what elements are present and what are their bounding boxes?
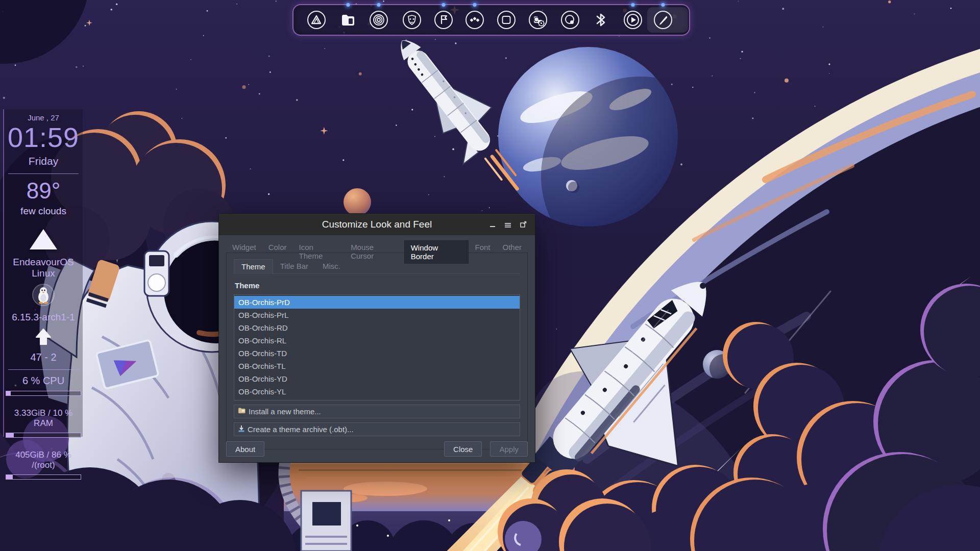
restore-popout-icon[interactable] bbox=[520, 221, 527, 228]
endeavouros-icon[interactable] bbox=[306, 10, 327, 30]
tab-widget[interactable]: Widget bbox=[226, 240, 262, 263]
updates-count: 47 - 2 bbox=[4, 352, 83, 363]
window-title: Customize Look and Feel bbox=[278, 219, 476, 230]
folder-icon[interactable] bbox=[338, 10, 358, 30]
camera-gear-icon[interactable] bbox=[528, 10, 548, 30]
running-indicator-dot bbox=[377, 3, 381, 7]
kernel-label: 6.15.3-arch1-1 bbox=[4, 312, 83, 323]
endeavouros-logo-icon bbox=[30, 229, 57, 249]
tab-font[interactable]: Font bbox=[469, 240, 496, 263]
install-theme-button[interactable]: Install a new theme... bbox=[234, 405, 520, 418]
ram-bar bbox=[6, 433, 81, 438]
bluetooth-icon[interactable] bbox=[591, 10, 611, 30]
divider bbox=[8, 369, 79, 370]
dots-icon[interactable] bbox=[464, 10, 485, 30]
theme-list-item[interactable]: OB-Orchis-PrL bbox=[234, 309, 520, 321]
theme-section-heading: Theme bbox=[235, 281, 519, 290]
install-theme-label: Install a new theme... bbox=[249, 407, 321, 416]
minimize-icon[interactable] bbox=[489, 221, 496, 228]
tab-content-frame: Theme Title Bar Misc. Theme OB-Orchis-Pr… bbox=[226, 253, 528, 449]
conky-widget: June , 27 01:59 Friday 89° few clouds En… bbox=[3, 109, 83, 437]
tab-window-border[interactable]: Window Border bbox=[404, 240, 469, 264]
create-archive-button[interactable]: Create a theme archive (.obt)... bbox=[234, 422, 520, 436]
play-icon[interactable] bbox=[623, 10, 643, 30]
disk-label: 405GiB / 86 % /(root) bbox=[4, 450, 83, 470]
create-archive-label: Create a theme archive (.obt)... bbox=[248, 425, 354, 434]
record-icon[interactable] bbox=[560, 10, 580, 30]
disk-bar bbox=[6, 474, 81, 480]
cpu-label: 6 % CPU bbox=[4, 375, 83, 387]
maximize-icon[interactable] bbox=[504, 221, 511, 228]
brave-icon[interactable] bbox=[402, 10, 422, 30]
tab-color[interactable]: Color bbox=[262, 240, 293, 263]
main-tab-bar: Widget Color Icon Theme Mouse Cursor Win… bbox=[226, 240, 528, 263]
stylus-icon[interactable] bbox=[653, 10, 673, 30]
about-button[interactable]: About bbox=[226, 441, 264, 457]
weather-condition: few clouds bbox=[4, 206, 83, 217]
running-indicator-dot bbox=[662, 3, 665, 7]
theme-list-item[interactable]: OB-Orchis-RL bbox=[234, 334, 520, 347]
theme-list-item[interactable]: OB-Orchis-YD bbox=[234, 372, 520, 385]
dialog-footer: About Close Apply bbox=[226, 441, 528, 457]
download-icon bbox=[238, 425, 245, 434]
running-indicator-dot bbox=[347, 3, 350, 7]
theme-list-item[interactable]: OB-Orchis-RD bbox=[234, 321, 520, 334]
close-button[interactable]: Close bbox=[444, 441, 482, 457]
clock: 01:59 bbox=[4, 123, 83, 152]
running-indicator-dot bbox=[631, 3, 635, 7]
theme-list-item[interactable]: OB-Orchis-TD bbox=[234, 347, 520, 360]
tab-icon-theme[interactable]: Icon Theme bbox=[293, 240, 345, 263]
tab-mouse-cursor[interactable]: Mouse Cursor bbox=[345, 240, 404, 263]
theme-list-item[interactable]: OB-Orchis-PrD bbox=[234, 296, 520, 309]
running-indicator-dot bbox=[442, 3, 446, 7]
apply-button[interactable]: Apply bbox=[490, 441, 528, 457]
theme-list-item[interactable]: OB-Orchis-YL bbox=[234, 385, 520, 398]
temperature: 89° bbox=[4, 179, 83, 203]
updates-arrow-icon bbox=[4, 328, 83, 347]
flag-icon[interactable] bbox=[433, 10, 454, 30]
dock bbox=[292, 4, 690, 36]
titlebar[interactable]: Customize Look and Feel bbox=[219, 214, 535, 235]
desktop: June , 27 01:59 Friday 89° few clouds En… bbox=[0, 0, 980, 551]
theme-list: OB-Orchis-PrD OB-Orchis-PrL OB-Orchis-RD… bbox=[234, 294, 520, 400]
window-icon[interactable] bbox=[496, 10, 517, 30]
distro-label: EndeavourOS Linux bbox=[4, 257, 83, 279]
tux-icon bbox=[4, 283, 83, 309]
date-label: June , 27 bbox=[4, 113, 83, 122]
running-indicator-dot bbox=[473, 3, 477, 7]
tab-other[interactable]: Other bbox=[497, 240, 528, 263]
divider bbox=[8, 173, 79, 174]
cpu-bar bbox=[6, 391, 81, 396]
ram-label: 3.33GiB / 10 % RAM bbox=[4, 408, 83, 429]
spiral-icon[interactable] bbox=[369, 10, 389, 30]
customize-look-and-feel-window: Customize Look and Feel Widget Color Ico… bbox=[218, 213, 535, 463]
day-label: Friday bbox=[4, 155, 83, 167]
install-folder-icon bbox=[238, 407, 246, 416]
theme-list-item[interactable]: OB-Orchis-TL bbox=[234, 360, 520, 372]
orange-moon bbox=[344, 188, 371, 216]
